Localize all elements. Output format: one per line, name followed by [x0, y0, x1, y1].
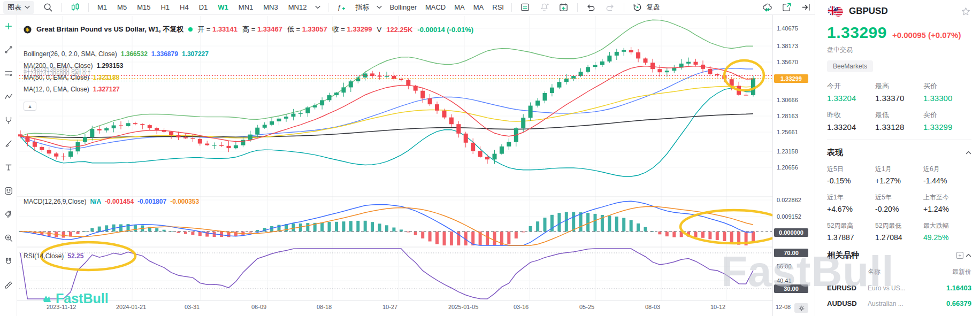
chart-type-menu[interactable]: 图表 — [3, 1, 34, 14]
timeframe-button-m1[interactable]: M1 — [96, 3, 108, 11]
wave-pattern-tool-icon[interactable] — [3, 91, 14, 103]
collapse-panel-icon[interactable] — [800, 2, 811, 13]
perf-label: 52周最高 — [827, 221, 875, 230]
date-axis-label: 03-31 — [185, 304, 200, 310]
date-axis-label: 03-16 — [514, 304, 529, 310]
related-row-audusd[interactable]: AUDUSDAustralian ...0.66379 — [827, 299, 971, 307]
ohlc-label: 收 = — [332, 25, 345, 33]
favorite-star-icon[interactable] — [960, 5, 971, 17]
horizontal-line-tool-icon[interactable] — [3, 67, 14, 79]
performance-grid: 近5日-0.15%近1月+1.27%近6月-1.44%近1年+4.67%近5年-… — [827, 165, 971, 242]
zoom-in-tool-icon[interactable] — [3, 232, 14, 244]
brush-tool-icon[interactable] — [3, 138, 14, 150]
redo-icon[interactable] — [604, 2, 616, 13]
timeframe-button-w1[interactable]: W1 — [217, 3, 229, 11]
timeframe-button-m15[interactable]: M15 — [136, 3, 151, 11]
axis-settings-gear-icon[interactable] — [794, 303, 808, 313]
open-list-icon[interactable] — [954, 249, 966, 261]
perf-label: 最大跌幅 — [923, 221, 971, 230]
sticker-tool-icon[interactable] — [3, 185, 14, 197]
measure-tool-icon[interactable] — [3, 279, 14, 291]
chart-area[interactable]: Great Britain Pound vs US Dollar, W1, 不复… — [17, 15, 772, 316]
economic-calendar-icon[interactable] — [558, 2, 570, 13]
timeframe-button-mn3[interactable]: MN3 — [262, 3, 279, 11]
ohlc-label: 开 = — [197, 25, 210, 33]
text-tool-icon[interactable] — [3, 161, 14, 173]
price-row: 1.33299 +0.00095 (+0.07%) — [827, 24, 971, 42]
chevron-up-icon[interactable] — [966, 151, 971, 155]
stat-value: 1.33370 — [875, 94, 923, 103]
perf-value: -1.44% — [923, 176, 971, 185]
ohlc-label: 高 = — [242, 25, 255, 33]
indicators-menu[interactable]: 指标 — [355, 3, 369, 12]
stat-label: 今开 — [827, 81, 875, 91]
stat-value: 1.33128 — [875, 122, 923, 132]
perf-value: -0.20% — [875, 205, 923, 213]
perf-近1月: 近1月+1.27% — [875, 165, 923, 185]
related-symbol: AUDUSD — [827, 299, 868, 307]
timeframe-button-h4[interactable]: H4 — [179, 3, 190, 11]
related-col-name: 名称 — [868, 267, 930, 276]
stat-label: 昨收 — [827, 110, 875, 120]
fx-indicator-icon[interactable]: f — [336, 2, 348, 13]
perf-value: +4.67% — [827, 205, 875, 213]
chart-canvas[interactable] — [17, 15, 772, 316]
timeframe-more-chevron-icon[interactable] — [315, 5, 320, 9]
chevron-up-icon[interactable] — [966, 253, 971, 257]
indicator-chip-ma-3[interactable]: MA — [473, 3, 484, 11]
legend-name: MA(12, 0, EMA, Close) — [24, 86, 89, 93]
legend-value: 1.327127 — [93, 86, 120, 93]
related-header[interactable]: 相关品种 — [827, 249, 971, 261]
timeframe-button-m5[interactable]: M5 — [116, 3, 128, 11]
timeframe-button-mn1[interactable]: MN1 — [238, 3, 254, 11]
price-axis[interactable]: 1.406751.381731.356701.306661.281631.256… — [772, 15, 815, 316]
legend-name: RSI(14,Close) — [24, 252, 64, 260]
perf-近1年: 近1年+4.67% — [827, 193, 875, 213]
stat-label: 最低 — [875, 110, 923, 120]
date-axis-label: 10-12 — [710, 304, 725, 310]
price-axis-label: 1.38173 — [773, 43, 813, 49]
pitchfork-tool-icon[interactable] — [3, 114, 14, 126]
broker-tag[interactable]: BeeMarkets — [827, 60, 873, 72]
last-price-badge: 1.33299 — [774, 74, 808, 83]
alert-bell-icon[interactable] — [539, 2, 550, 13]
date-axis-label: 12-08 — [776, 304, 791, 310]
price-axis-label: 1.28163 — [773, 113, 813, 119]
magnet-tool-icon[interactable] — [3, 256, 14, 267]
timeframe-button-mn12[interactable]: MN12 — [287, 3, 308, 11]
indicator-chip-ma-2[interactable]: MA — [454, 3, 465, 11]
volume-value: 122.25K — [386, 26, 412, 34]
divider — [511, 3, 512, 12]
performance-header[interactable]: 表现 — [827, 148, 971, 158]
trendline-tool-icon[interactable] — [3, 44, 14, 56]
legend-rsi: RSI(14,Close)52.25 — [24, 252, 83, 260]
legend-value: 1.336879 — [151, 50, 178, 58]
undo-icon[interactable] — [585, 2, 597, 13]
perf-label: 近5日 — [827, 165, 875, 174]
indicator-chip-macd-1[interactable]: MACD — [425, 3, 446, 11]
replay-button[interactable]: 复盘 — [632, 2, 660, 13]
indicator-chip-rsi-4[interactable]: RSI — [492, 3, 504, 11]
price-tag-tool-icon[interactable] — [3, 209, 14, 220]
stat-label: 卖价 — [923, 110, 971, 120]
timeframe-button-h1[interactable]: H1 — [159, 3, 171, 11]
share-icon[interactable] — [780, 2, 792, 13]
related-row-eurusd[interactable]: EURUSDEuro vs US...1.16403 — [827, 284, 971, 292]
cloud-sync-icon[interactable] — [761, 2, 773, 13]
legend-collapse-button[interactable]: ▲ — [24, 102, 36, 111]
sidebar-header: GBPUSD — [827, 5, 971, 17]
indicator-chip-bollinger-0[interactable]: Bollinger — [389, 3, 417, 11]
crosshair-tool-icon[interactable] — [3, 20, 14, 32]
rsi-axis-label: 56.00 — [773, 263, 813, 269]
candlestick-style-icon[interactable] — [69, 2, 81, 13]
quote-stats-grid: 今开1.33204最高1.33370买价1.33300昨收1.33204最低1.… — [827, 81, 971, 132]
layout-panels-icon[interactable] — [519, 2, 531, 13]
replay-label: 复盘 — [646, 3, 660, 12]
divider — [827, 140, 971, 140]
search-icon[interactable] — [42, 2, 53, 13]
timeframe-button-d1[interactable]: D1 — [198, 3, 209, 11]
price-change: +0.00095 (+0.07%) — [892, 30, 961, 40]
fastbull-logo-mark — [42, 294, 52, 304]
chart-header: Great Britain Pound vs US Dollar, W1, 不复… — [24, 25, 473, 34]
legend-value: -0.001807 — [137, 198, 166, 205]
